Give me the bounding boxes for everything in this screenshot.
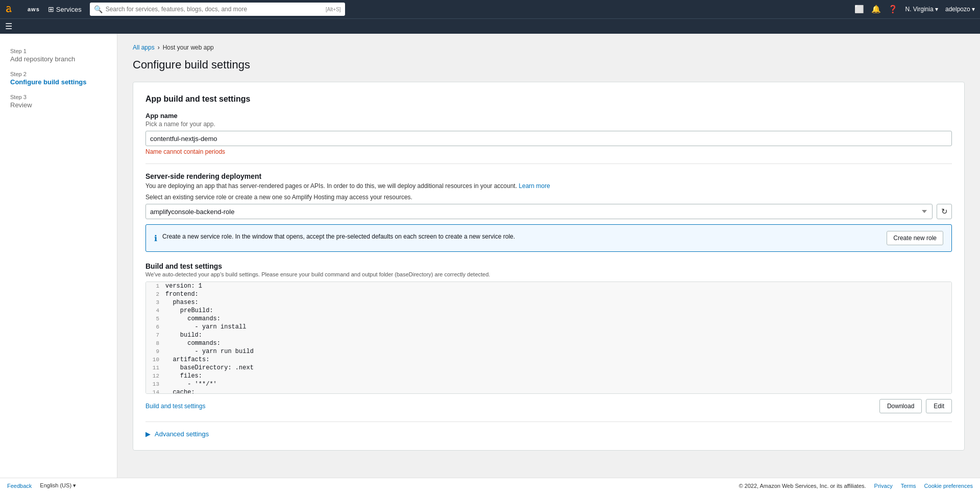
line-code: cache: <box>165 389 195 394</box>
code-line: 7 build: <box>146 331 951 339</box>
code-line: 6 - yarn install <box>146 323 951 331</box>
privacy-link[interactable]: Privacy <box>874 483 893 489</box>
code-line: 8 commands: <box>146 339 951 347</box>
build-settings-section: Build and test settings We've auto-detec… <box>145 262 952 413</box>
step-1: Step 1 Add repository branch <box>0 44 117 67</box>
line-code: phases: <box>165 299 199 306</box>
search-shortcut: [Alt+S] <box>326 7 341 12</box>
code-line: 2frontend: <box>146 290 951 298</box>
step-2: Step 2 Configure build settings <box>0 67 117 90</box>
line-code: commands: <box>165 315 220 322</box>
app-name-group: App name Pick a name for your app. Name … <box>145 112 952 155</box>
line-number: 5 <box>146 315 165 322</box>
line-code: - yarn install <box>165 323 246 331</box>
bell-icon[interactable]: 🔔 <box>871 5 881 14</box>
top-nav-right: ⬜ 🔔 ❓ N. Virginia ▾ adelpozo ▾ <box>854 5 975 14</box>
advanced-settings[interactable]: ▶ Advanced settings <box>145 430 952 438</box>
copyright-text: © 2022, Amazon Web Services, Inc. or its… <box>739 483 866 489</box>
ssr-subtitle: Select an existing service role or creat… <box>145 194 952 201</box>
app-name-label: App name <box>145 112 952 120</box>
line-number: 3 <box>146 299 165 306</box>
search-input[interactable] <box>106 6 323 13</box>
download-button[interactable]: Download <box>879 399 922 413</box>
language-selector[interactable]: English (US) ▾ <box>40 482 76 489</box>
card-title: App build and test settings <box>145 95 952 104</box>
code-footer: Build and test settings Download Edit <box>145 399 952 413</box>
step-1-name[interactable]: Add repository branch <box>10 55 107 63</box>
ssr-section: Server-side rendering deployment You are… <box>145 172 952 252</box>
bottom-bar: Feedback English (US) ▾ © 2022, Amazon W… <box>0 478 980 493</box>
line-number: 7 <box>146 332 165 339</box>
code-line: 11 baseDirectory: .next <box>146 364 951 372</box>
user-menu[interactable]: adelpozo ▾ <box>945 6 975 13</box>
app-name-hint: Pick a name for your app. <box>145 121 952 128</box>
line-number: 4 <box>146 307 165 314</box>
feedback-link[interactable]: Feedback <box>7 483 32 489</box>
search-icon: 🔍 <box>94 5 103 13</box>
app-name-input[interactable] <box>145 131 952 146</box>
line-code: baseDirectory: .next <box>165 364 254 371</box>
create-new-role-button[interactable]: Create new role <box>887 231 943 245</box>
code-editor[interactable]: 1version: 12frontend:3 phases:4 preBuild… <box>145 281 952 394</box>
line-number: 13 <box>146 381 165 388</box>
cookie-link[interactable]: Cookie preferences <box>924 483 973 489</box>
page-title: Configure build settings <box>133 58 965 72</box>
breadcrumb: All apps › Host your web app <box>133 44 965 51</box>
code-line: 10 artifacts: <box>146 356 951 364</box>
build-settings-desc: We've auto-detected your app's build set… <box>145 271 952 277</box>
hamburger-menu[interactable]: ☰ <box>5 21 12 31</box>
step-2-name[interactable]: Configure build settings <box>10 78 107 86</box>
code-line: 14 cache: <box>146 388 951 394</box>
help-icon[interactable]: ❓ <box>888 5 898 14</box>
search-bar: 🔍 [Alt+S] <box>90 3 345 16</box>
select-row: amplifyconsole-backend-role ↻ <box>145 204 952 219</box>
refresh-button[interactable]: ↻ <box>937 204 952 219</box>
line-number: 1 <box>146 283 165 290</box>
line-code: - yarn run build <box>165 348 254 355</box>
aws-logo[interactable]: aws <box>5 4 40 15</box>
code-line: 3 phases: <box>146 298 951 307</box>
app-name-error: Name cannot contain periods <box>145 148 952 155</box>
services-button[interactable]: ⊞ Services <box>45 4 85 14</box>
main-content: All apps › Host your web app Configure b… <box>117 34 980 493</box>
line-number: 6 <box>146 323 165 331</box>
main-card: App build and test settings App name Pic… <box>133 82 965 451</box>
info-text: Create a new service role. In the window… <box>162 233 515 240</box>
sidebar: Step 1 Add repository branch Step 2 Conf… <box>0 34 117 493</box>
terminal-icon[interactable]: ⬜ <box>854 5 864 14</box>
line-number: 10 <box>146 356 165 363</box>
line-code: preBuild: <box>165 307 213 314</box>
code-line: 1version: 1 <box>146 282 951 290</box>
code-line: 4 preBuild: <box>146 307 951 315</box>
step-3-name[interactable]: Review <box>10 101 107 109</box>
line-number: 8 <box>146 340 165 347</box>
build-settings-title: Build and test settings <box>145 262 952 270</box>
line-code: version: 1 <box>165 283 202 290</box>
main-layout: Step 1 Add repository branch Step 2 Conf… <box>0 34 980 493</box>
top-nav: aws ⊞ Services 🔍 [Alt+S] ⬜ 🔔 ❓ N. Virgin… <box>0 0 980 18</box>
info-box: ℹ Create a new service role. In the wind… <box>145 224 952 252</box>
code-line: 5 commands: <box>146 315 951 323</box>
build-settings-link[interactable]: Build and test settings <box>145 403 205 410</box>
line-number: 12 <box>146 372 165 380</box>
line-code: - '**/*' <box>165 381 217 388</box>
info-icon: ℹ <box>154 233 157 243</box>
code-line: 13 - '**/*' <box>146 380 951 388</box>
region-selector[interactable]: N. Virginia ▾ <box>905 6 938 13</box>
learn-more-link[interactable]: Learn more <box>519 182 550 190</box>
terms-link[interactable]: Terms <box>901 483 916 489</box>
breadcrumb-separator: › <box>158 44 160 51</box>
service-role-select[interactable]: amplifyconsole-backend-role <box>145 204 933 219</box>
step-3: Step 3 Review <box>0 90 117 113</box>
code-line: 12 files: <box>146 372 951 380</box>
edit-button[interactable]: Edit <box>926 399 952 413</box>
line-code: commands: <box>165 340 220 347</box>
line-code: build: <box>165 332 202 339</box>
step-1-label: Step 1 <box>10 48 107 54</box>
step-3-label: Step 3 <box>10 94 107 100</box>
ssr-desc: You are deploying an app that has server… <box>145 182 952 190</box>
line-number: 11 <box>146 364 165 371</box>
line-number: 9 <box>146 348 165 355</box>
breadcrumb-all-apps[interactable]: All apps <box>133 44 155 51</box>
chevron-right-icon: ▶ <box>145 430 151 438</box>
